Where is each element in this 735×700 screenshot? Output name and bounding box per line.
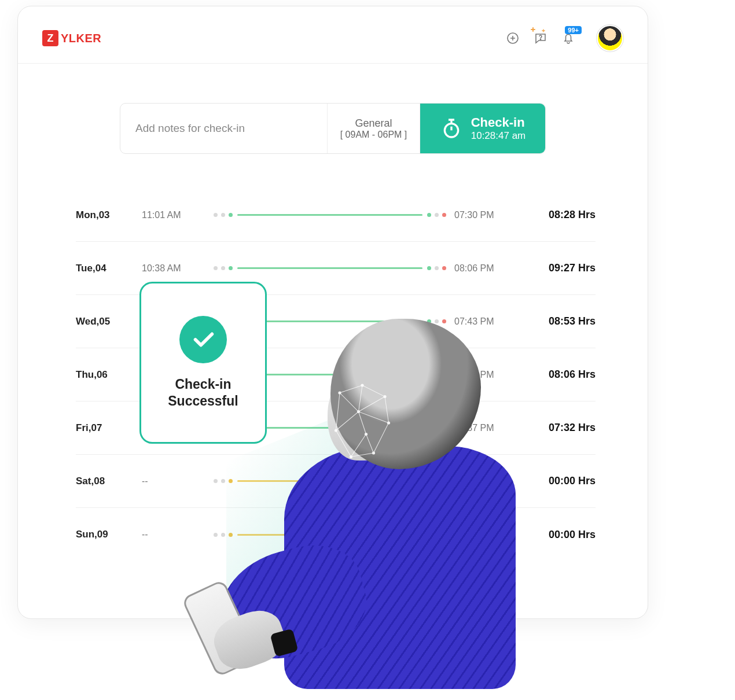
- hours-total: 08:06 Hrs: [526, 369, 596, 381]
- svg-point-3: [338, 391, 341, 394]
- svg-point-1: [540, 39, 541, 39]
- time-in: 11:01 AM: [142, 210, 205, 220]
- svg-point-6: [387, 421, 390, 424]
- checkin-notes-input[interactable]: Add notes for check-in: [120, 104, 328, 153]
- time-out: 07:30 PM: [454, 210, 518, 220]
- day-label: Wed,05: [76, 316, 134, 327]
- timeline-track: [214, 208, 446, 222]
- person-figure: [238, 319, 504, 666]
- day-label: Sat,08: [76, 476, 134, 487]
- svg-point-2: [444, 124, 458, 137]
- hours-total: 07:32 Hrs: [526, 422, 596, 434]
- stopwatch-icon: [440, 117, 463, 140]
- header-actions: 99+: [505, 25, 623, 51]
- checkin-notes-placeholder: Add notes for check-in: [135, 122, 245, 135]
- hours-total: 08:53 Hrs: [526, 315, 596, 327]
- hours-total: 09:27 Hrs: [526, 262, 596, 274]
- svg-point-11: [365, 433, 368, 436]
- svg-point-5: [383, 395, 386, 398]
- face-mesh-icon: [325, 377, 400, 469]
- shift-time: [ 09AM - 06PM ]: [340, 130, 407, 140]
- svg-point-7: [372, 451, 375, 454]
- svg-point-4: [361, 384, 363, 386]
- svg-point-8: [350, 455, 352, 458]
- hours-total: 00:00 Hrs: [526, 475, 596, 487]
- time-in: --: [142, 529, 205, 540]
- hours-total: 08:28 Hrs: [526, 209, 596, 221]
- checkin-label: Check-in: [471, 115, 525, 130]
- hours-total: 00:00 Hrs: [526, 529, 596, 541]
- day-label: Thu,06: [76, 369, 134, 381]
- time-out: 08:06 PM: [454, 263, 518, 274]
- shift-name: General: [355, 117, 392, 130]
- help-button[interactable]: [533, 31, 548, 46]
- brand-logo: Z YLKER: [42, 30, 101, 46]
- decorative-person: [203, 284, 504, 677]
- time-in: 10:38 AM: [142, 263, 205, 274]
- attendance-row[interactable]: Mon,0311:01 AM07:30 PM08:28 Hrs: [76, 189, 596, 242]
- avatar[interactable]: [597, 25, 623, 51]
- add-button[interactable]: [505, 31, 520, 46]
- plus-circle-icon: [506, 31, 520, 45]
- checkin-time: 10:28:47 am: [471, 130, 526, 142]
- day-label: Fri,07: [76, 422, 134, 434]
- shift-info: General [ 09AM - 06PM ]: [328, 104, 420, 153]
- app-window: Z YLKER 99+ Add notes for check-in Gener: [17, 6, 648, 619]
- svg-point-9: [335, 429, 337, 432]
- timeline-track: [214, 261, 446, 275]
- time-in: --: [142, 476, 205, 487]
- checkin-button-text: Check-in 10:28:47 am: [471, 115, 526, 142]
- svg-point-10: [357, 410, 360, 413]
- brand-mark: Z: [42, 30, 58, 46]
- brand-name: YLKER: [61, 32, 101, 45]
- checkin-bar: Add notes for check-in General [ 09AM - …: [120, 103, 546, 154]
- header-bar: Z YLKER 99+: [18, 6, 648, 64]
- day-label: Tue,04: [76, 263, 134, 274]
- day-label: Sun,09: [76, 529, 134, 540]
- notification-badge: 99+: [565, 26, 582, 34]
- notifications-button[interactable]: 99+: [561, 31, 576, 46]
- checkin-button[interactable]: Check-in 10:28:47 am: [420, 104, 545, 153]
- chat-question-icon: [534, 31, 547, 45]
- day-label: Mon,03: [76, 209, 134, 221]
